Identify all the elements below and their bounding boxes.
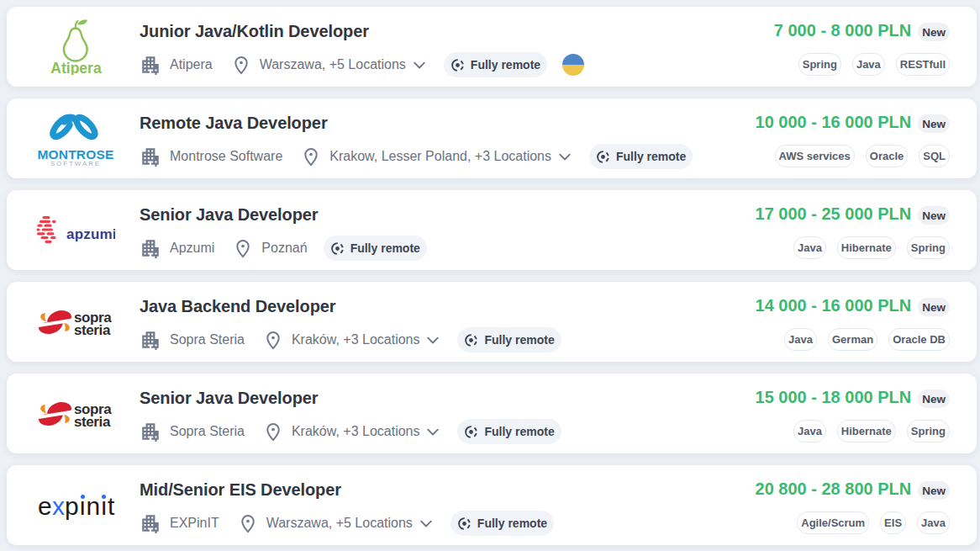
svg-text:MONTROSE: MONTROSE [37, 146, 113, 161]
svg-text:Atipera: Atipera [50, 60, 102, 75]
svg-text:SOFTWARE: SOFTWARE [50, 160, 100, 166]
svg-text:steria: steria [74, 413, 111, 427]
svg-text:apzumi: apzumi [66, 226, 115, 242]
svg-text:steria: steria [74, 321, 111, 336]
